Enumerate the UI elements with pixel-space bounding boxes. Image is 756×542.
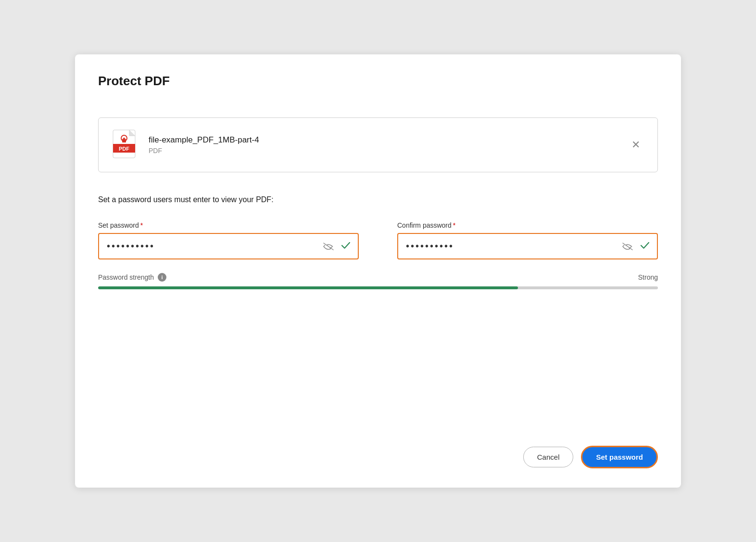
set-password-input[interactable] [99,234,321,258]
file-card: PDF file-example_PDF_1MB-part-4 PDF ✕ [98,117,658,172]
confirm-password-icons [620,241,657,252]
file-remove-button[interactable]: ✕ [628,138,644,152]
set-password-check-icon [341,242,350,251]
file-type: PDF [149,147,259,155]
file-name: file-example_PDF_1MB-part-4 [149,135,259,145]
set-password-label: Set password* [98,221,359,229]
pdf-file-icon: PDF [112,129,139,160]
strength-section: Password strength i Strong [98,273,658,289]
confirm-password-input-wrapper [397,233,658,259]
footer-actions: Cancel Set password [523,446,658,468]
set-password-field-group: Set password* [98,221,359,259]
strength-header: Password strength i Strong [98,273,658,282]
strength-info-icon[interactable]: i [158,273,166,282]
password-fields-row: Set password* [98,221,658,259]
strength-label-text: Password strength [98,273,154,281]
toggle-password-visibility-button[interactable] [321,241,336,252]
file-details: file-example_PDF_1MB-part-4 PDF [149,135,259,155]
cancel-button[interactable]: Cancel [523,447,574,467]
strength-value-text: Strong [638,273,658,281]
toggle-confirm-password-visibility-button[interactable] [620,241,635,252]
strength-label-group: Password strength i [98,273,166,282]
confirm-password-input[interactable] [398,234,620,258]
confirm-password-field-group: Confirm password* [397,221,658,259]
page-title: Protect PDF [98,74,658,89]
strength-bar-track [98,286,658,289]
file-info: PDF file-example_PDF_1MB-part-4 PDF [112,129,259,160]
svg-text:PDF: PDF [119,146,129,152]
set-password-icons [321,241,358,252]
instructions-text: Set a password users must enter to view … [98,195,658,204]
set-password-button[interactable]: Set password [581,446,658,468]
confirm-password-label: Confirm password* [397,221,658,229]
set-password-input-wrapper [98,233,359,259]
confirm-password-check-icon [641,242,649,251]
strength-bar-fill [98,286,518,289]
dialog: Protect PDF PDF [75,54,681,488]
